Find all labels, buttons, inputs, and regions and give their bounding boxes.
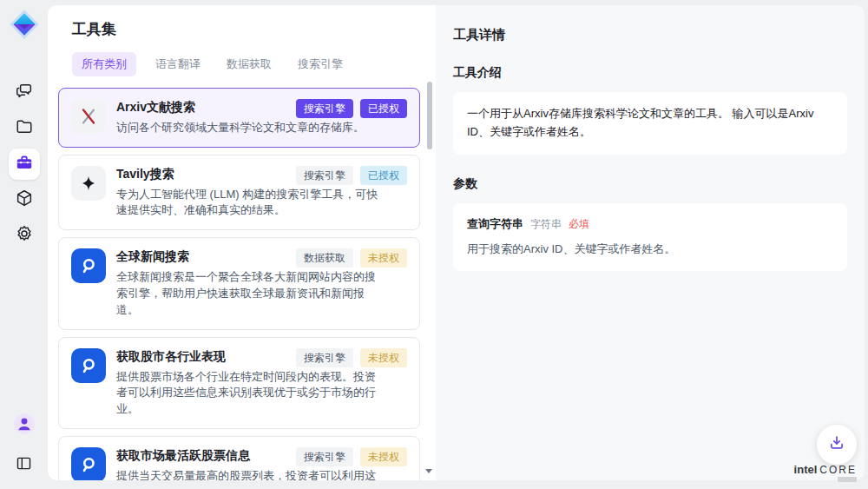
news-search-icon [78, 355, 99, 376]
tool-description: 提供股票市场各个行业在特定时间段内的表现。投资者可以利用这些信息来识别表现优于或… [116, 369, 382, 419]
user-avatar[interactable] [9, 410, 40, 441]
toolbox-icon [15, 153, 34, 175]
sidebar-item-settings[interactable] [9, 220, 40, 251]
tool-icon-tile [71, 348, 106, 383]
sidebar-bottom [9, 410, 40, 480]
settings-icon [15, 224, 34, 247]
sidebar-nav [9, 77, 40, 251]
sidebar [0, 0, 48, 489]
category-badge: 搜索引擎 [296, 348, 353, 367]
tool-icon-tile [71, 99, 106, 134]
param-type: 字符串 [530, 217, 562, 232]
scrollbar[interactable] [425, 82, 433, 473]
folder-icon [15, 117, 34, 140]
intro-box: 一个用于从Arxiv存储库搜索科学论文和文章的工具。 输入可以是Arxiv ID… [453, 92, 847, 155]
param-name: 查询字符串 [467, 216, 523, 232]
news-search-icon [78, 454, 99, 475]
main-area: 工具集 所有类别语言翻译数据获取搜索引擎 [48, 5, 865, 480]
category-badge: 数据获取 [296, 248, 353, 268]
diamond-logo-icon [8, 8, 41, 41]
tool-description: 访问各个研究领域大量科学论文和文章的存储库。 [116, 120, 382, 136]
avatar-icon [13, 413, 36, 439]
status-badge: 已授权 [360, 99, 407, 118]
tool-description: 全球新闻搜索是一个聚合全球各大新闻网站内容的搜索引擎，帮助用户快速获取全球最新资… [116, 269, 382, 319]
status-badge: 未授权 [360, 348, 407, 367]
tool-description: 提供当天交易量最高的股票列表，投资者可以利用这些信息来识别流动性强的股票和潜在的… [116, 468, 382, 480]
app-logo [8, 8, 41, 41]
intel-core-logo: intel core [794, 463, 857, 482]
category-badge: 搜索引擎 [296, 166, 353, 185]
sidebar-item-chat[interactable] [9, 77, 40, 109]
category-tab[interactable]: 搜索引擎 [291, 52, 350, 76]
param-required-flag: 必填 [569, 217, 589, 232]
intel-core-badge [838, 477, 857, 482]
tool-icon-tile [71, 248, 106, 283]
tool-description: 专为人工智能代理 (LLM) 构建的搜索引擎工具，可快速提供实时、准确和真实的结… [116, 187, 382, 220]
tool-card[interactable]: Tavily搜索 专为人工智能代理 (LLM) 构建的搜索引擎工具，可快速提供实… [58, 155, 420, 231]
chat-icon [15, 82, 34, 104]
param-box: 查询字符串 字符串 必填 用于搜索的Arxiv ID、关键字或作者姓名。 [453, 203, 847, 272]
arxiv-icon [78, 106, 99, 127]
params-heading: 参数 [453, 176, 847, 192]
core-wordmark: core [819, 464, 857, 476]
intro-heading: 工具介绍 [453, 65, 847, 81]
sidebar-item-tools[interactable] [9, 149, 40, 180]
tool-card[interactable]: 全球新闻搜索 全球新闻搜索是一个聚合全球各大新闻网站内容的搜索引擎，帮助用户快速… [58, 237, 420, 329]
category-badge: 搜索引擎 [296, 447, 353, 466]
tool-card[interactable]: 获取股市各行业表现 提供股票市场各个行业在特定时间段内的表现。投资者可以利用这些… [58, 337, 420, 429]
category-tab[interactable]: 数据获取 [220, 52, 279, 76]
sparkle-icon [79, 174, 98, 193]
download-button[interactable] [817, 425, 857, 465]
sidebar-item-plugins[interactable] [9, 184, 40, 215]
collapse-sidebar-button[interactable] [9, 449, 40, 480]
scroll-down-arrow-icon[interactable] [425, 469, 432, 473]
category-badge: 搜索引擎 [296, 99, 353, 118]
tools-panel: 工具集 所有类别语言翻译数据获取搜索引擎 [48, 5, 436, 480]
download-icon [827, 433, 846, 456]
tool-list: Arxiv文献搜索 访问各个研究领域大量科学论文和文章的存储库。 搜索引擎 已授… [48, 88, 436, 480]
category-tab[interactable]: 语言翻译 [148, 52, 207, 76]
param-header: 查询字符串 字符串 必填 [467, 216, 833, 232]
status-badge: 已授权 [360, 166, 407, 185]
collapse-panel-icon [15, 454, 33, 476]
page-title: 工具集 [72, 19, 411, 39]
scrollbar-thumb[interactable] [427, 82, 432, 149]
intel-wordmark: intel [794, 463, 818, 476]
tool-icon-tile [71, 166, 106, 201]
sidebar-item-files[interactable] [9, 113, 40, 144]
category-tab[interactable]: 所有类别 [72, 52, 136, 76]
tool-card[interactable]: 获取市场最活跃股票信息 提供当天交易量最高的股票列表，投资者可以利用这些信息来识… [58, 436, 420, 480]
tool-icon-tile [71, 447, 106, 480]
cube-icon [15, 188, 34, 211]
param-description: 用于搜索的Arxiv ID、关键字或作者姓名。 [467, 241, 833, 259]
news-search-icon [78, 255, 99, 276]
detail-panel: 工具详情 工具介绍 一个用于从Arxiv存储库搜索科学论文和文章的工具。 输入可… [436, 5, 865, 480]
detail-title: 工具详情 [453, 27, 847, 43]
tool-card[interactable]: Arxiv文献搜索 访问各个研究领域大量科学论文和文章的存储库。 搜索引擎 已授… [58, 88, 420, 148]
status-badge: 未授权 [360, 248, 407, 268]
status-badge: 未授权 [360, 447, 407, 466]
intro-text: 一个用于从Arxiv存储库搜索科学论文和文章的工具。 输入可以是Arxiv ID… [467, 105, 833, 142]
category-tabs: 所有类别语言翻译数据获取搜索引擎 [72, 52, 411, 76]
